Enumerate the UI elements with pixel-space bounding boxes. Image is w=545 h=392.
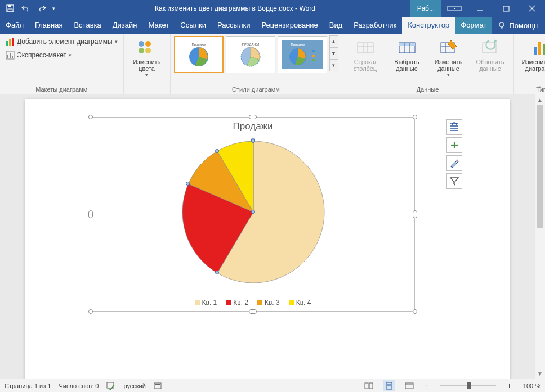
pie-selection-dot[interactable] [215, 149, 219, 153]
window-maximize-button[interactable] [493, 0, 519, 17]
spellcheck-icon [106, 382, 115, 390]
print-layout-button[interactable] [383, 380, 395, 391]
chart-title[interactable]: Продажи [91, 121, 414, 132]
svg-text:Продажи: Продажи [191, 43, 206, 46]
change-colors-button[interactable]: Изменить цвета ▾ [127, 36, 167, 79]
tab-insert[interactable]: Вставка [68, 17, 106, 34]
resize-handle-l[interactable] [88, 210, 93, 218]
tab-review[interactable]: Рецензирование [256, 17, 323, 34]
qat-customize-button[interactable]: ▾ [50, 0, 57, 17]
add-chart-element-button[interactable]: Добавить элемент диаграммы ▾ [3, 36, 120, 47]
resize-handle-t[interactable] [249, 115, 257, 119]
svg-rect-3 [448, 6, 461, 11]
legend-label-1: Кв. 1 [202, 299, 217, 307]
chart-styles-button[interactable] [446, 155, 462, 171]
legend-swatch-3 [257, 300, 262, 305]
refresh-data-icon [477, 37, 504, 57]
qat-save-button[interactable] [2, 0, 18, 17]
resize-handle-r[interactable] [413, 210, 417, 218]
change-chart-type-button[interactable]: Изменить тип диаграммы [517, 36, 545, 73]
refresh-data-button: Обновить данные [471, 36, 510, 73]
resize-handle-br[interactable] [413, 309, 417, 314]
gallery-scroll-up[interactable]: ▲ [329, 35, 338, 48]
pie-selection-dot[interactable] [251, 139, 255, 143]
tab-mailings[interactable]: Рассылки [212, 17, 256, 34]
svg-rect-18 [12, 56, 13, 58]
language-indicator[interactable]: русский [123, 382, 145, 389]
page-indicator[interactable]: Страница 1 из 1 [5, 382, 51, 389]
layout-options-icon [449, 122, 459, 132]
tab-chart-design[interactable]: Конструктор [402, 17, 455, 34]
document-page[interactable]: Продажи Кв. 1 Кв. 2 Кв. 3 Кв. 4 [25, 99, 510, 379]
qat-redo-button[interactable] [34, 0, 50, 17]
chart-style-2[interactable]: ПРОДАЖИ [226, 36, 275, 73]
chart-filters-button[interactable] [446, 173, 462, 189]
express-layout-label: Экспресс-макет [17, 51, 66, 59]
svg-rect-2 [8, 9, 12, 12]
paintbrush-icon [449, 158, 459, 168]
resize-handle-bl[interactable] [88, 309, 93, 314]
web-layout-button[interactable] [403, 380, 416, 391]
zoom-out-button[interactable]: − [423, 381, 428, 390]
chart-plot-area[interactable] [181, 140, 325, 284]
qat-undo-button[interactable] [18, 0, 34, 17]
group-label-styles: Стили диаграмм [232, 86, 280, 93]
tab-view[interactable]: Вид [324, 17, 349, 34]
gallery-scroll-down[interactable]: ▼ [329, 47, 338, 60]
chart-legend[interactable]: Кв. 1 Кв. 2 Кв. 3 Кв. 4 [91, 299, 414, 307]
lightbulb-icon [498, 21, 506, 29]
edit-data-button[interactable]: Изменить данные▾ [429, 36, 468, 79]
vertical-scrollbar[interactable]: ▲ ▼ [535, 94, 545, 379]
svg-rect-52 [154, 383, 161, 389]
window-minimize-button[interactable] [467, 0, 493, 17]
resize-handle-b[interactable] [249, 309, 257, 314]
legend-swatch-2 [226, 300, 231, 305]
pie-selection-dot[interactable] [251, 210, 255, 214]
svg-rect-54 [365, 383, 368, 389]
legend-label-2: Кв. 2 [233, 299, 248, 307]
svg-rect-13 [9, 39, 11, 46]
read-mode-button[interactable] [363, 380, 375, 391]
tab-design[interactable]: Дизайн [107, 17, 143, 34]
chart-elements-button[interactable] [446, 137, 462, 153]
chart-object[interactable]: Продажи Кв. 1 Кв. 2 Кв. 3 Кв. 4 [91, 117, 415, 312]
refresh-data-label: Обновить данные [472, 58, 509, 72]
svg-text:Продажи: Продажи [291, 43, 305, 46]
spellcheck-indicator[interactable] [106, 382, 115, 390]
chart-style-1[interactable]: Продажи [174, 36, 224, 73]
tell-me-label: Помощн [509, 21, 538, 30]
word-count[interactable]: Число слов: 0 [59, 382, 99, 389]
tell-me[interactable]: Помощн [492, 17, 543, 34]
tab-developer[interactable]: Разработчик [348, 17, 402, 34]
macro-indicator[interactable] [154, 382, 162, 389]
collapse-ribbon-button[interactable]: ^ [539, 85, 542, 92]
gallery-expand[interactable]: ▾ [329, 59, 338, 71]
ribbon: Добавить элемент диаграммы ▾ Экспресс-ма… [0, 34, 545, 94]
svg-rect-12 [6, 41, 8, 46]
zoom-slider[interactable] [440, 385, 496, 386]
layout-options-button[interactable] [446, 119, 462, 135]
svg-text:ПРОДАЖИ: ПРОДАЖИ [242, 43, 259, 46]
tab-layout[interactable]: Макет [142, 17, 175, 34]
ribbon-options-button[interactable] [441, 0, 467, 17]
tab-chart-format[interactable]: Формат [455, 17, 492, 34]
resize-handle-tl[interactable] [88, 115, 93, 119]
chart-style-3[interactable]: Продажи [278, 36, 327, 73]
scroll-down-button[interactable]: ▼ [535, 368, 545, 379]
scroll-up-button[interactable]: ▲ [535, 94, 545, 105]
svg-rect-33 [358, 43, 373, 53]
svg-rect-46 [538, 42, 541, 55]
group-chart-styles: Продажи ПРОДАЖИ Продажи ▲ ▼ ▾ Стили диаг… [171, 34, 342, 94]
titlebar: ▾ Как изменить цвет диаграммы в Ворде.do… [0, 0, 545, 17]
scroll-thumb[interactable] [537, 105, 543, 228]
svg-point-19 [139, 41, 144, 47]
tab-file[interactable]: Файл [0, 17, 29, 34]
zoom-percent[interactable]: 100 % [523, 382, 540, 389]
tab-references[interactable]: Ссылки [175, 17, 212, 34]
window-close-button[interactable] [519, 0, 545, 17]
resize-handle-tr[interactable] [413, 115, 417, 119]
express-layout-button[interactable]: Экспресс-макет ▾ [3, 49, 74, 61]
zoom-in-button[interactable]: + [507, 381, 512, 390]
select-data-button[interactable]: Выбрать данные [387, 36, 427, 73]
tab-home[interactable]: Главная [29, 17, 68, 34]
